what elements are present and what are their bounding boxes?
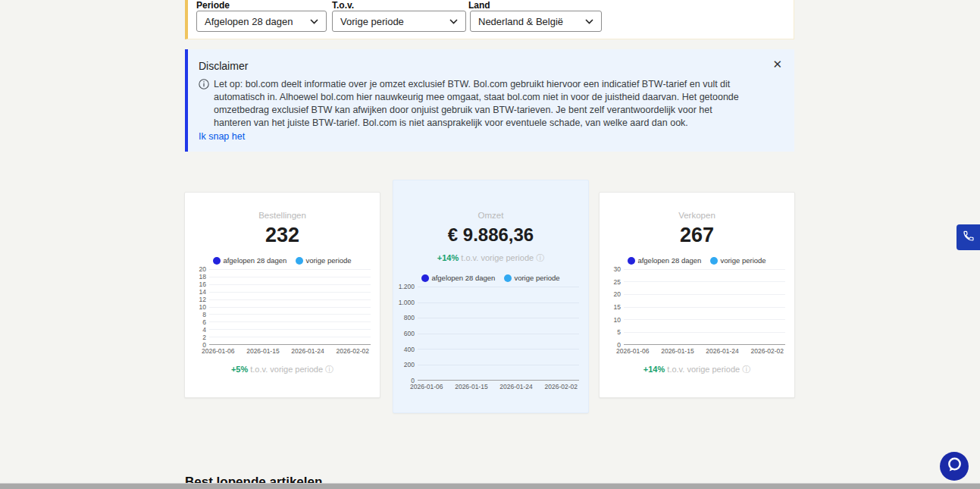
legend-label: vorige periode xyxy=(305,256,351,265)
filter-panel: Periode T.o.v. Land Afgelopen 28 dagen V… xyxy=(185,0,794,39)
chart-legend: afgelopen 28 dagen vorige periode xyxy=(393,274,588,282)
delta-indicator: +14% t.o.v. vorige periode ⓘ xyxy=(393,252,588,264)
delta-indicator: +14% t.o.v. vorige periode ⓘ xyxy=(600,364,794,375)
chevron-down-icon xyxy=(449,19,458,24)
tov-label: T.o.v. xyxy=(332,0,354,11)
legend-dot-light-icon xyxy=(710,257,718,265)
delta-suffix: t.o.v. vorige periode xyxy=(665,365,742,374)
delta-suffix: t.o.v. vorige periode xyxy=(248,365,325,374)
periode-label: Periode xyxy=(196,0,230,11)
tov-select-value: Vorige periode xyxy=(340,16,404,27)
legend-label: vorige periode xyxy=(514,274,559,282)
periode-select[interactable]: Afgelopen 28 dagen xyxy=(196,11,327,32)
x-axis: 2026-01-062026-01-152026-01-242026-02-02 xyxy=(202,347,369,355)
delta-indicator: +5% t.o.v. vorige periode ⓘ xyxy=(185,364,380,375)
y-axis: 302520151050 xyxy=(604,269,624,345)
legend-item-current: afgelopen 28 dagen xyxy=(421,274,495,282)
card-title: Omzet xyxy=(393,211,588,220)
phone-icon xyxy=(963,230,975,245)
legend-label: afgelopen 28 dagen xyxy=(223,256,286,265)
delta-suffix: t.o.v. vorige periode xyxy=(459,253,536,262)
legend-item-previous: vorige periode xyxy=(710,256,766,265)
chevron-down-icon xyxy=(310,19,318,24)
plot-area xyxy=(209,269,371,345)
card-value: 267 xyxy=(600,224,794,247)
chat-button[interactable] xyxy=(940,452,969,481)
close-icon[interactable]: ✕ xyxy=(772,58,782,70)
dashboard-page: Periode T.o.v. Land Afgelopen 28 dagen V… xyxy=(0,0,980,489)
verkopen-chart: 302520151050 2026-01-062026-01-152026-01… xyxy=(604,269,785,355)
land-select-value: Nederland & België xyxy=(478,16,563,27)
legend-item-previous: vorige periode xyxy=(504,274,559,282)
legend-dot-light-icon xyxy=(296,257,303,265)
periode-select-value: Afgelopen 28 dagen xyxy=(205,16,293,27)
omzet-card[interactable]: Omzet € 9.886,36 +14% t.o.v. vorige peri… xyxy=(393,180,589,413)
tov-select[interactable]: Vorige periode xyxy=(332,11,466,32)
legend-label: afgelopen 28 dagen xyxy=(637,256,701,265)
legend-label: afgelopen 28 dagen xyxy=(431,274,495,282)
disclaimer-text: Let op: bol.com deelt informatie over je… xyxy=(214,78,752,130)
land-label: Land xyxy=(468,0,490,11)
info-icon[interactable]: ⓘ xyxy=(742,365,750,374)
info-icon[interactable]: ⓘ xyxy=(325,365,333,374)
land-select[interactable]: Nederland & België xyxy=(470,11,602,32)
delta-value: +5% xyxy=(231,365,248,374)
bestellingen-chart: 20181614121086420 2026-01-062026-01-1520… xyxy=(189,269,371,355)
phone-contact-button[interactable] xyxy=(957,224,980,250)
delta-value: +14% xyxy=(437,253,459,262)
legend-item-current: afgelopen 28 dagen xyxy=(213,256,286,265)
info-icon[interactable]: ⓘ xyxy=(536,253,544,262)
legend-item-current: afgelopen 28 dagen xyxy=(628,256,701,265)
plot-area xyxy=(418,287,579,381)
y-axis: 1.2001.0008006004002000 xyxy=(398,287,418,381)
chart-legend: afgelopen 28 dagen vorige periode xyxy=(600,256,794,265)
chat-bubble-icon xyxy=(945,456,963,477)
card-value: € 9.886,36 xyxy=(393,224,588,246)
disclaimer-banner: Disclaimer ✕ Let op: bol.com deelt infor… xyxy=(185,49,794,152)
x-axis: 2026-01-062026-01-152026-01-242026-02-02 xyxy=(410,383,578,390)
legend-dot-dark-icon xyxy=(628,257,635,265)
legend-dot-light-icon xyxy=(504,274,512,282)
delta-value: +14% xyxy=(643,365,665,374)
card-title: Verkopen xyxy=(600,211,794,220)
legend-item-previous: vorige periode xyxy=(296,256,351,265)
plot-area xyxy=(624,269,785,345)
bestellingen-card[interactable]: Bestellingen 232 afgelopen 28 dagen vori… xyxy=(184,192,380,398)
x-axis: 2026-01-062026-01-152026-01-242026-02-02 xyxy=(616,347,784,355)
legend-label: vorige periode xyxy=(720,256,766,265)
verkopen-card[interactable]: Verkopen 267 afgelopen 28 dagen vorige p… xyxy=(599,192,795,398)
disclaimer-title: Disclaimer xyxy=(199,60,248,72)
card-title: Bestellingen xyxy=(185,211,380,220)
legend-dot-dark-icon xyxy=(213,257,221,265)
chart-legend: afgelopen 28 dagen vorige periode xyxy=(185,256,380,265)
disclaimer-acknowledge-link[interactable]: Ik snap het xyxy=(199,131,245,142)
omzet-chart: 1.2001.0008006004002000 2026-01-062026-0… xyxy=(398,287,579,390)
taskbar-edge xyxy=(0,483,980,489)
info-icon xyxy=(199,79,209,92)
legend-dot-dark-icon xyxy=(421,274,429,282)
card-value: 232 xyxy=(185,224,380,247)
chevron-down-icon xyxy=(585,19,593,24)
y-axis: 20181614121086420 xyxy=(189,269,209,345)
